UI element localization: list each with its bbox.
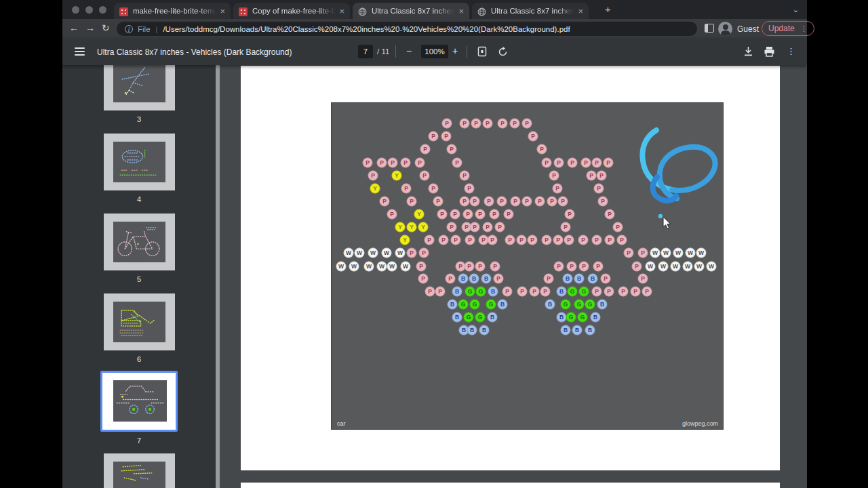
new-tab-button[interactable]: + — [605, 5, 611, 14]
peg-blue: B — [557, 287, 567, 297]
peg-green: G — [561, 300, 571, 310]
peg-pink: P — [483, 119, 493, 129]
peg-pink: P — [463, 209, 473, 220]
peg-white: W — [707, 262, 717, 272]
peg-pink: P — [517, 287, 528, 297]
zoom-out-button[interactable]: − — [405, 47, 413, 56]
peg-pink: P — [490, 209, 500, 220]
tab-1[interactable]: make-free-lite-brite-template× — [114, 3, 231, 19]
peg-green: G — [578, 312, 588, 323]
peg-pink: P — [425, 287, 435, 297]
peg-white: W — [683, 262, 693, 272]
side-panel-icon[interactable] — [705, 24, 714, 33]
toolbar-divider — [467, 45, 467, 58]
profile-button[interactable]: Guest — [718, 21, 759, 37]
peg-blue: B — [469, 274, 479, 284]
peg-pink: P — [565, 209, 575, 220]
peg-green: G — [476, 287, 486, 297]
reload-button[interactable]: ↻ — [102, 22, 110, 33]
peg-pink: P — [597, 171, 607, 181]
tab-close-icon[interactable]: × — [458, 7, 464, 16]
window-minimize-button[interactable] — [85, 6, 93, 14]
tab-3[interactable]: Ultra Classic 8x7 inches - Vehi× — [353, 3, 469, 19]
tab-overflow-chevron-icon[interactable]: ⌄ — [793, 5, 799, 14]
thumbnail-page-6[interactable]: .s{fill:none;stroke-width:1.4;stroke-das… — [62, 293, 216, 363]
peg-pink: P — [613, 222, 623, 232]
peg-pink: P — [554, 262, 564, 272]
peg-pink: P — [561, 222, 571, 232]
peg-blue: B — [488, 287, 498, 297]
thumbnail-page-number: 4 — [62, 195, 216, 203]
thumbnail-image: .s{fill:none;stroke-width:1.4;stroke-das… — [104, 453, 175, 488]
peg-pink: P — [401, 158, 411, 168]
tab-close-icon[interactable]: × — [220, 7, 225, 16]
tab-title: Ultra Classic 8x7 inches - Vehi — [491, 7, 574, 15]
zoom-in-button[interactable]: + — [451, 46, 459, 56]
peg-pink: P — [542, 158, 552, 168]
peg-yellow: Y — [392, 171, 402, 181]
thumbnail-image: .s{fill:none;stroke-width:1.4;stroke-das… — [104, 65, 175, 110]
window-zoom-button[interactable] — [99, 6, 106, 14]
tab-2[interactable]: Copy of make-free-lite-brite-te× — [233, 3, 350, 19]
thumbnail-page-4[interactable]: .s{fill:none;stroke-width:1.4;stroke-das… — [62, 134, 216, 203]
peg-white: W — [336, 262, 347, 272]
peg-pink: P — [490, 262, 500, 272]
pdf-viewer[interactable]: PPPPPPPPPPPPPPPPPPPPPPPPPPYPPPPPYPPPPPPP… — [220, 65, 807, 488]
peg-pink: P — [578, 235, 589, 245]
print-icon[interactable] — [764, 46, 775, 57]
zoom-level-display[interactable]: 100% — [421, 45, 448, 58]
peg-pink: P — [564, 235, 574, 245]
peg-blue: B — [588, 274, 598, 284]
pdf-menu-icon[interactable] — [75, 47, 85, 56]
peg-pink: P — [592, 287, 602, 297]
paint-dot — [658, 214, 663, 218]
pdf-more-kebab-icon[interactable]: ⋮ — [787, 46, 795, 56]
peg-blue: B — [448, 300, 458, 310]
download-icon[interactable] — [743, 46, 753, 57]
peg-pink: P — [511, 197, 521, 207]
peg-pink: P — [447, 144, 457, 155]
browser-menu-kebab-icon[interactable]: ⋮ — [800, 24, 808, 33]
peg-pink: P — [380, 197, 390, 207]
peg-blue: B — [557, 312, 567, 323]
tab-close-icon[interactable]: × — [578, 7, 583, 16]
tab-4[interactable]: Ultra Classic 8x7 inches - Vehi× — [472, 3, 589, 19]
tab-title: Copy of make-free-lite-brite-te — [252, 7, 335, 15]
peg-white: W — [401, 262, 411, 272]
page-number-input[interactable]: 7 — [358, 45, 373, 58]
peg-pink: P — [522, 119, 532, 129]
peg-pink: P — [447, 222, 457, 232]
peg-green: G — [470, 300, 480, 310]
globe-favicon — [358, 7, 367, 16]
peg-pink: P — [437, 209, 448, 220]
back-button[interactable]: ← — [69, 22, 79, 33]
address-bar: ← → ↻ i File | /Users/toddmcg/Downloads/… — [62, 19, 807, 39]
peg-green: G — [574, 300, 585, 310]
peg-pink: P — [415, 158, 425, 168]
peg-pink: P — [581, 158, 591, 168]
screenshot-root: make-free-lite-brite-template×Copy of ma… — [0, 0, 868, 488]
peg-white: W — [686, 248, 696, 258]
thumbnail-page-3[interactable]: .s{fill:none;stroke-width:1.4;stroke-das… — [62, 65, 216, 123]
peg-pink: P — [387, 209, 397, 220]
peg-white: W — [364, 262, 374, 272]
thumbnail-page-5[interactable]: .s{fill:none;stroke-width:1.4;stroke-das… — [62, 214, 216, 283]
tab-close-icon[interactable]: × — [339, 7, 344, 16]
peg-pink: P — [517, 235, 527, 245]
peg-white: W — [671, 262, 681, 272]
peg-pink: P — [388, 158, 398, 168]
rotate-page-icon[interactable] — [497, 46, 509, 58]
forward-button[interactable]: → — [85, 22, 95, 33]
peg-white: W — [694, 262, 705, 272]
pdf-toolbar: Ultra Classic 8x7 inches - Vehicles (Dar… — [62, 39, 807, 65]
update-button[interactable]: Update ⋮ — [762, 21, 814, 36]
peg-pink: P — [593, 262, 604, 272]
peg-white: W — [696, 248, 707, 258]
thumbnail-page-8[interactable]: .s{fill:none;stroke-width:1.4;stroke-das… — [62, 453, 216, 488]
omnibox[interactable]: i File | /Users/toddmcg/Downloads/Ultra%… — [117, 22, 697, 36]
peg-pink: P — [494, 274, 504, 284]
thumbnail-page-7[interactable]: .s{fill:none;stroke-width:1.4;stroke-das… — [62, 371, 216, 445]
fit-to-page-icon[interactable] — [477, 46, 488, 57]
page-info-icon[interactable]: i — [125, 25, 133, 33]
window-close-button[interactable] — [72, 6, 79, 14]
